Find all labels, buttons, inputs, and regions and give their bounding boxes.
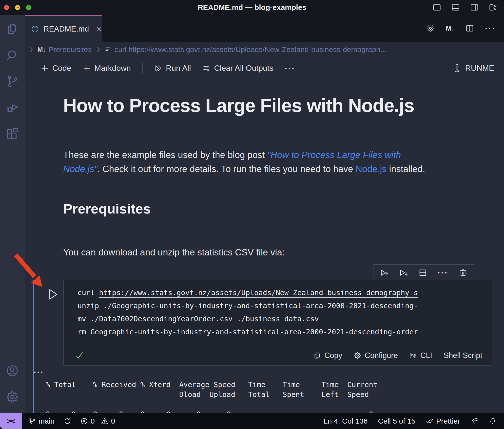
- tab-label: README.md: [43, 25, 89, 34]
- breadcrumb: M↓ Prerequisites curl https://www.stats.…: [25, 42, 504, 57]
- notebook-settings-gear-icon[interactable]: [426, 24, 435, 33]
- account-icon[interactable]: [5, 364, 19, 378]
- play-icon: [47, 288, 59, 301]
- tab-strip-empty: [102, 15, 418, 42]
- nodejs-link[interactable]: Node.js: [356, 164, 387, 174]
- source-control-icon[interactable]: [5, 74, 19, 88]
- window-layout-controls: [432, 0, 498, 15]
- delete-cell-icon[interactable]: [459, 268, 467, 277]
- notebook-toolbar: Code Markdown Run All Clear All Outputs …: [25, 57, 504, 79]
- explorer-icon[interactable]: [5, 22, 19, 36]
- code-cell-list-icon: [105, 46, 112, 53]
- status-bar: >< main 0 0 Ln 4, Col 136 Cell 5 of 15 P…: [0, 413, 504, 429]
- download-instruction: You can download and unzip the statistic…: [63, 247, 504, 258]
- success-check-icon: [75, 351, 84, 360]
- problems-status[interactable]: 0 0: [80, 417, 115, 425]
- configure-gear-icon: [354, 352, 362, 359]
- sync-status[interactable]: [63, 417, 71, 425]
- blog-post-link-cont[interactable]: Node.js": [63, 164, 97, 174]
- cell-code[interactable]: curl https://www.stats.govt.nz/assets/Up…: [64, 280, 492, 339]
- toolbar-divider: [142, 63, 143, 73]
- toggle-secondary-sidebar-icon[interactable]: [470, 3, 479, 12]
- settings-gear-icon[interactable]: [5, 390, 19, 404]
- cell-focus-indicator[interactable]: [33, 280, 34, 413]
- formatter-label: Prettier: [436, 417, 460, 425]
- cli-button[interactable]: CLI: [409, 351, 432, 360]
- split-editor-icon[interactable]: [465, 24, 474, 33]
- toggle-panel-icon[interactable]: [451, 3, 460, 12]
- activity-bar: [0, 15, 25, 413]
- notebook-body: How to Process Large Files with Node.js …: [25, 79, 504, 413]
- clear-all-outputs-button[interactable]: Clear All Outputs: [202, 64, 273, 73]
- remote-indicator[interactable]: ><: [0, 413, 22, 429]
- intro-text-3: installed.: [387, 164, 425, 174]
- run-all-icon: [154, 64, 162, 72]
- chevron-right-icon: [95, 46, 102, 53]
- plus-icon: [40, 64, 49, 72]
- bell-icon: [489, 417, 497, 425]
- cursor-position[interactable]: Ln 4, Col 136: [324, 417, 368, 425]
- info-icon: [31, 25, 39, 33]
- shell-script-button[interactable]: Shell Script: [444, 351, 482, 360]
- formatter-status[interactable]: Prettier: [426, 417, 460, 425]
- page-title: How to Process Large Files with Node.js: [63, 96, 504, 115]
- section-heading-prerequisites: Prerequisites: [63, 201, 504, 217]
- breadcrumb-section[interactable]: Prerequisites: [49, 45, 92, 54]
- blog-post-link[interactable]: "How to Process Large Files with: [267, 150, 401, 160]
- clear-all-label: Clear All Outputs: [214, 64, 273, 73]
- execute-below-icon[interactable]: [399, 268, 408, 277]
- warnings-icon: [101, 417, 109, 425]
- output-header-row-2: Dload Upload Total Spent Left Speed: [37, 390, 369, 399]
- code-line-1-url[interactable]: https://www.stats.govt.nz/assets/Uploads…: [99, 288, 418, 297]
- clear-outputs-icon: [202, 64, 211, 72]
- copy-icon: [313, 352, 321, 359]
- cli-terminal-icon: [409, 352, 417, 359]
- run-all-button[interactable]: Run All: [154, 64, 191, 73]
- cell-more-actions-icon[interactable]: ···: [438, 268, 448, 277]
- more-actions-icon[interactable]: ···: [485, 24, 496, 33]
- intro-text-2: . Check it out for more details. To run …: [97, 164, 356, 174]
- code-line-1-cmd: curl: [78, 288, 99, 297]
- tab-readme[interactable]: README.md: [25, 15, 102, 42]
- code-line-2: unzip ./Geographic-units-by-industry-and…: [78, 302, 418, 310]
- editor-actions: M↓ ···: [418, 15, 504, 42]
- customize-layout-icon[interactable]: [489, 3, 498, 12]
- notifications-button[interactable]: [489, 417, 497, 425]
- split-cell-icon[interactable]: [418, 268, 427, 277]
- code-cell[interactable]: curl https://www.stats.govt.nz/assets/Up…: [63, 280, 492, 366]
- execute-above-icon[interactable]: [380, 268, 389, 277]
- breadcrumb-cell[interactable]: curl https://www.stats.govt.nz/assets/Up…: [115, 45, 387, 54]
- runme-button[interactable]: RUNME: [452, 64, 494, 73]
- output-progress-row: 0 0 0 0 0 0 0 0 --:--:-- --:--:-- --:--:…: [37, 410, 373, 413]
- chevron-right-icon: [28, 46, 35, 53]
- cell-position[interactable]: Cell 5 of 15: [378, 417, 416, 425]
- window-title: README.md — blog-examples: [0, 3, 504, 12]
- configure-button[interactable]: Configure: [354, 351, 398, 360]
- toolbar-more-icon[interactable]: ···: [285, 64, 295, 72]
- copy-label: Copy: [324, 351, 342, 360]
- add-markdown-cell-button[interactable]: Markdown: [83, 64, 131, 73]
- feedback-person-icon: [470, 417, 478, 425]
- output-collapse-indicator[interactable]: ···: [34, 367, 44, 378]
- run-cell-button[interactable]: [47, 288, 59, 301]
- output-header-row-1: % Total % Received % Xferd Average Speed…: [37, 380, 377, 389]
- feedback-button[interactable]: [470, 417, 478, 425]
- title-bar: README.md — blog-examples: [0, 0, 504, 15]
- sync-icon: [63, 417, 71, 425]
- copy-button[interactable]: Copy: [313, 351, 342, 360]
- add-code-cell-button[interactable]: Code: [40, 64, 71, 73]
- run-debug-icon[interactable]: [5, 101, 19, 114]
- code-line-3: mv ./Data7602DescendingYearOrder.csv ./b…: [78, 315, 319, 323]
- open-markdown-preview-icon[interactable]: M↓: [446, 24, 454, 32]
- shell-script-label: Shell Script: [444, 351, 482, 360]
- extensions-icon[interactable]: [5, 127, 19, 141]
- runme-rocket-icon: [452, 64, 462, 73]
- git-branch-status[interactable]: main: [28, 417, 55, 425]
- toggle-sidebar-icon[interactable]: [432, 3, 441, 12]
- error-count: 0: [91, 417, 95, 425]
- cell-status-bar: Copy Configure CLI Shell Script: [64, 351, 492, 365]
- markdown-section-icon: M↓: [38, 46, 46, 54]
- configure-label: Configure: [365, 351, 398, 360]
- search-icon[interactable]: [5, 48, 19, 62]
- runme-label: RUNME: [465, 64, 494, 73]
